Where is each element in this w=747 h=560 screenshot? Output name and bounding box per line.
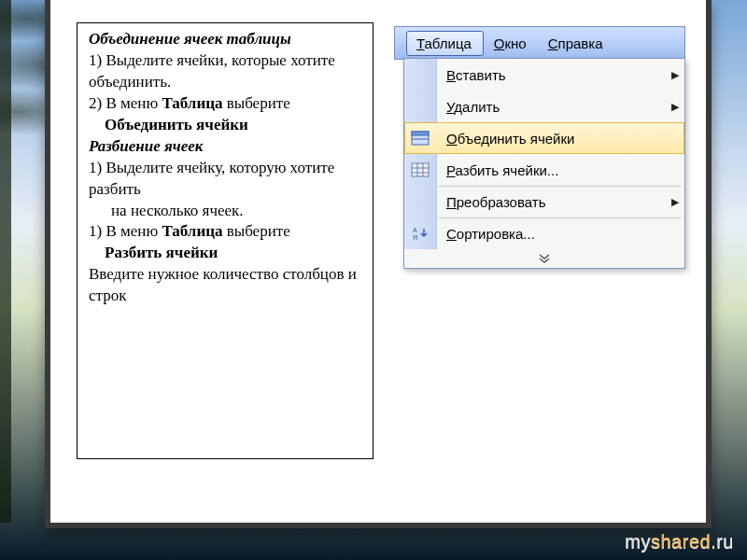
menu-item-label: Сортировка... (437, 226, 666, 242)
menu-icon-empty (404, 59, 437, 91)
slide-content: Объединение ячеек таблицы 1) Выделите яч… (67, 17, 689, 506)
merge-icon (404, 122, 437, 154)
menubar-item-справка[interactable]: Справка (538, 32, 614, 55)
submenu-arrow-icon: ▶ (666, 69, 684, 81)
split-step-1: 1) Выделите ячейку, которую хотите разби… (89, 158, 363, 201)
menu-item-преобразовать[interactable]: Преобразовать▶ (404, 186, 684, 217)
svg-rect-3 (412, 163, 429, 176)
submenu-arrow-icon: ▶ (666, 196, 684, 208)
submenu-arrow-icon: ▶ (666, 101, 684, 113)
merge-step-2: 2) В меню Таблица выберите Объединить яч… (89, 93, 363, 136)
sort-icon: АЯ (404, 217, 437, 249)
app-menubar: ТаблицаОкноСправка (394, 26, 685, 60)
menu-item-label: Удалить (437, 99, 666, 115)
svg-text:Я: Я (413, 234, 417, 241)
split-step-1b: на несколько ячеек. (89, 201, 363, 222)
menu-item-разбить-ячейки[interactable]: Разбить ячейки... (404, 154, 684, 186)
heading-merge: Объединение ячеек таблицы (89, 29, 363, 50)
menubar-item-окно[interactable]: Окно (484, 32, 538, 55)
tail-text: Введите нужное количество столбцов и стр… (89, 264, 363, 307)
menu-item-label: Объединить ячейки (437, 131, 666, 147)
menu-expand-button[interactable] (404, 249, 684, 268)
menu-item-вставить[interactable]: Вставить▶ (404, 59, 684, 91)
table-menu-dropdown: Вставить▶Удалить▶Объединить ячейкиРазбит… (403, 58, 685, 269)
slide-background: Объединение ячеек таблицы 1) Выделите яч… (0, 0, 747, 560)
svg-rect-1 (412, 132, 429, 135)
menu-item-label: Вставить (437, 67, 666, 83)
heading-split: Разбиение ячеек (89, 136, 363, 158)
watermark: myshared.ru (625, 531, 734, 553)
slide-frame: Объединение ячеек таблицы 1) Выделите яч… (45, 0, 712, 528)
menu-item-label: Преобразовать (437, 194, 666, 210)
menu-item-сортировка[interactable]: АЯСортировка... (404, 217, 684, 249)
menu-item-label: Разбить ячейки... (437, 162, 666, 178)
split-step-2: 1) В меню Таблица выберите Разбить ячейк… (89, 221, 363, 264)
merge-step-1: 1) Выделите ячейки, которые хотите объед… (89, 50, 363, 93)
split-icon (404, 154, 437, 186)
instruction-textbox: Объединение ячеек таблицы 1) Выделите яч… (77, 22, 374, 459)
menubar-item-таблица[interactable]: Таблица (406, 31, 484, 56)
svg-text:А: А (413, 227, 417, 233)
menu-item-объединить-ячейки[interactable]: Объединить ячейки (404, 122, 684, 154)
menu-icon-empty (404, 91, 437, 122)
menu-item-удалить[interactable]: Удалить▶ (404, 91, 684, 122)
menu-icon-empty (404, 186, 437, 217)
